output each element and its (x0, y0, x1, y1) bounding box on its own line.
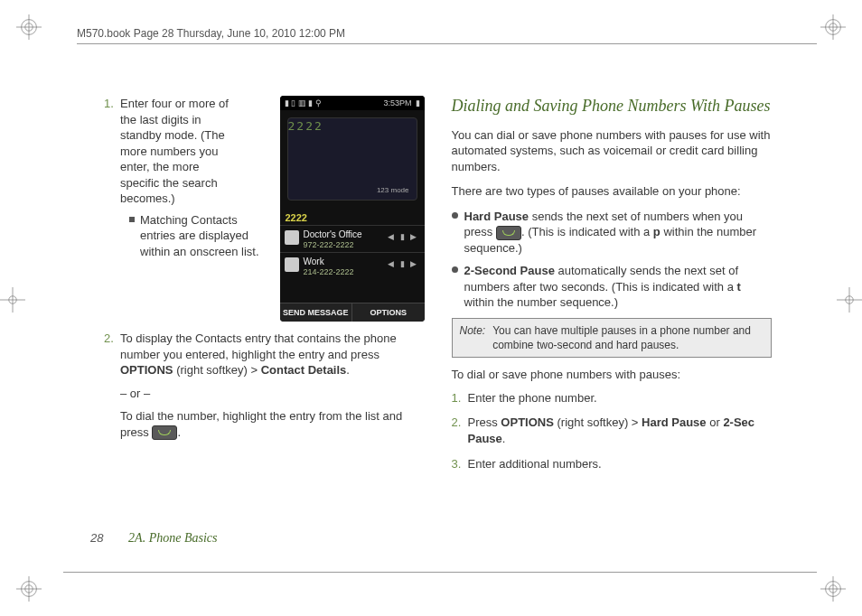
hard-pause-menu-item: Hard Pause (642, 415, 707, 429)
print-reg-mark-bl (16, 576, 42, 602)
square-bullet-icon (129, 217, 135, 222)
header-rule (77, 43, 817, 44)
print-reg-mark-br (820, 576, 846, 602)
step-1-text: Enter four or more of the last digits in… (120, 96, 229, 207)
column-left: 1. ▮ ▯ ▥ ▮ ⚲ 3:53PM▮ 2222 123 mode 2222 … (104, 96, 425, 544)
note-label: Note: (460, 323, 486, 352)
pause-type-hard: Hard Pause sends the next set of numbers… (452, 209, 773, 257)
section-heading: Dialing and Saving Phone Numbers With Pa… (452, 96, 773, 117)
print-crop-mark-mr (837, 287, 862, 313)
note-text: You can have multiple pauses in a phone … (492, 323, 764, 352)
softkey-left: SEND MESSAGE (280, 303, 353, 322)
step-1: 1. ▮ ▯ ▥ ▮ ⚲ 3:53PM▮ 2222 123 mode 2222 … (104, 96, 425, 322)
dialed-digits: 2222 (288, 118, 323, 135)
print-reg-mark-tr (820, 14, 846, 40)
talk-key-icon (152, 425, 177, 440)
input-mode: 123 mode (377, 186, 409, 196)
proc-step-1: 1.Enter the phone number. (452, 390, 773, 406)
phone-dial-display: 2222 123 mode (287, 117, 417, 201)
page-number: 28 (90, 531, 103, 545)
status-time: 3:53PM (383, 98, 411, 107)
p-indicator: p (653, 225, 661, 238)
page-footer: 28 2A. Phone Basics (90, 531, 217, 546)
step-2-text-e: . (177, 425, 181, 439)
section-label: 2A. Phone Basics (128, 531, 217, 545)
phone-screenshot: ▮ ▯ ▥ ▮ ⚲ 3:53PM▮ 2222 123 mode 2222 Doc… (280, 96, 425, 322)
proc-step-3: 3.Enter additional numbers. (452, 456, 773, 472)
intro-paragraph-1: You can dial or save phone numbers with … (452, 127, 773, 175)
hard-pause-label: Hard Pause (464, 210, 529, 223)
proc-step-2: 2.Press OPTIONS (right softkey) > Hard P… (452, 415, 773, 446)
step-number: 2. (104, 331, 114, 347)
contact-details-label: Contact Details (261, 363, 347, 377)
step-1-sub-bullet: Matching Contacts entries are displayed … (129, 212, 275, 260)
print-reg-mark-tl (16, 14, 42, 40)
t-indicator: t (737, 280, 741, 294)
or-separator: – or – (120, 386, 425, 402)
procedure-lead: To dial or save phone numbers with pause… (452, 367, 773, 383)
step-2-text-a: To display the Contacts entry that conta… (120, 331, 397, 361)
two-second-pause-label: 2-Second Pause (464, 264, 555, 277)
phone-softkey-bar: SEND MESSAGE OPTIONS (280, 303, 425, 322)
phone-status-bar: ▮ ▯ ▥ ▮ ⚲ 3:53PM▮ (280, 96, 425, 110)
contact-avatar-icon (285, 230, 299, 245)
talk-key-icon (496, 226, 521, 240)
step-2-text-b: (right softkey) > (173, 363, 261, 377)
intro-paragraph-2: There are two types of pauses available … (452, 183, 773, 200)
footer-rule (63, 572, 817, 573)
step-2: 2. To display the Contacts entry that co… (104, 331, 425, 440)
column-right: Dialing and Saving Phone Numbers With Pa… (452, 96, 773, 544)
status-icons-left: ▮ ▯ ▥ ▮ ⚲ (285, 98, 322, 108)
options-softkey-label: OPTIONS (501, 415, 554, 429)
pause-type-2sec: 2-Second Pause automatically sends the n… (452, 263, 773, 311)
result-type-icons: ◀ ▮ ▶ (388, 232, 418, 242)
step-2-text-c: . (346, 363, 350, 377)
result-type-icons: ◀ ▮ ▶ (388, 259, 418, 269)
print-crop-mark-ml (0, 287, 25, 313)
battery-icon: ▮ (416, 98, 420, 107)
page-header-meta: M570.book Page 28 Thursday, June 10, 201… (77, 27, 817, 40)
contact-avatar-icon (285, 257, 299, 272)
contact-result-2: Work 214-222-2222 ◀ ▮ ▶ (280, 252, 425, 279)
contact-result-1: Doctor's Office 972-222-2222 ◀ ▮ ▶ (280, 225, 425, 252)
step-number: 1. (104, 96, 114, 112)
note-box: Note: You can have multiple pauses in a … (452, 318, 773, 358)
step-1-sub-text: Matching Contacts entries are displayed … (140, 212, 275, 260)
options-softkey-label: OPTIONS (120, 363, 173, 377)
search-query: 2222 (280, 208, 425, 225)
softkey-right: OPTIONS (352, 303, 425, 322)
